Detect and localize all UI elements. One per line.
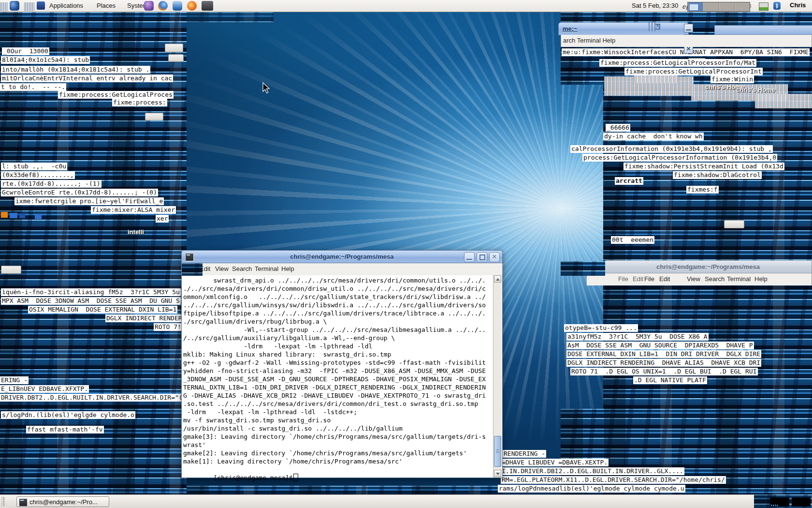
terminal-line: _3DNOW_ASM -DUSE_SSE_ASM -D_GNU_SOURCE -…	[183, 375, 493, 383]
glitch-text-fragment: MPX ASM DOSE 3DNOW ASM DOSE SSE ASM DU G…	[1, 297, 181, 305]
terminal-scrollbar[interactable]	[493, 275, 502, 478]
username[interactable]: Chris	[790, 1, 806, 9]
minimize-button[interactable]	[649, 21, 650, 31]
terminal-line: /usr/bin/install -c swrastg_dri.so ../..…	[183, 424, 493, 433]
glitch-text-fragment: ffast mfast-math'-fv	[26, 426, 104, 433]
glitch-band	[561, 261, 605, 276]
menu-applications[interactable]: Applications	[49, 2, 83, 9]
glitch-band	[187, 486, 503, 494]
workspace-4[interactable]	[735, 2, 750, 11]
ghost-right-title: chris@endgame:~/Programs/mesa	[605, 263, 812, 270]
menu-item-view[interactable]: View	[215, 265, 229, 272]
terminal-line: ./../src/mesa/drivers/dri/common/drisw_u…	[183, 284, 493, 293]
panel-drag-handle[interactable]	[1, 497, 2, 506]
glitch-text-fragment: s/logPdn.(lib(esl)'eglgde cylmode.o	[1, 411, 135, 419]
scroll-up-button[interactable]	[494, 275, 501, 283]
glitch-text-fragment: AsM DOSE SSE ASM GNU SOURCE DPIAREXD5 DH…	[566, 342, 754, 349]
terminal-titlebar[interactable]: chris@endgame:~/Programs/mesa ✕	[181, 250, 503, 263]
glitch-text-fragment: _66666	[606, 124, 630, 132]
glitch-text-fragment: ìquèn-i-fno-3ircit-aliasing fM5z 3?r1C 5…	[1, 288, 181, 296]
task-button-label: chris@endgame:~/Pro...	[29, 498, 107, 506]
glitch-dots	[771, 505, 779, 506]
glitch-text-fragment: DRIVER.DBT2..D.EGL.RUILT.IN.DRIVER.SEARC…	[0, 394, 199, 402]
menu-item-edit[interactable]: Edit	[659, 275, 670, 283]
glitch-text-fragment: fixme:Winin	[710, 75, 754, 83]
glitch-text-fragment: rams/logPdnmesadlib(esl)'eglmode cylmode…	[498, 485, 685, 493]
terminal-line: ./src/gallium/drivers/rbug/librbug.a \	[183, 317, 493, 326]
ui-shard	[724, 220, 744, 228]
glitch-text-fragment: intelli	[127, 228, 145, 236]
terminal-line: -Wl,--start-group ../../../../src/mesa/l…	[183, 326, 493, 334]
projector-icon[interactable]	[202, 1, 213, 11]
glitch-black-box	[792, 497, 811, 507]
ghost-top-titlebar[interactable]: me:~	[558, 22, 689, 35]
menu-item-search[interactable]: Search	[705, 275, 725, 283]
messenger-icon[interactable]	[144, 1, 154, 11]
workspace-3[interactable]	[719, 2, 735, 11]
ghost-top-menubar[interactable]: arch Terminal Help	[561, 35, 812, 47]
menu-item-view[interactable]: View	[687, 275, 700, 283]
workspace-2[interactable]	[703, 2, 719, 11]
menu-places[interactable]: Places	[97, 2, 116, 9]
glitch-text-fragment: ROTO 71 .D EGL OS UNIX=1 .D EGL BUI .D E…	[570, 368, 758, 375]
glitch-square	[35, 214, 42, 219]
glitch-text-fragment: =DHAVE LIBUDEV =DBAVE.XEXTP.	[501, 459, 609, 466]
glitch-text-fragment: ERING -	[0, 376, 29, 384]
terminal-menubar[interactable]: File Edit View Search Terminal Help	[181, 263, 503, 275]
terminal-line: mv -f swrastg_dri.so.tmp swrastg_dri.so	[183, 416, 493, 424]
menu-item-terminal[interactable]: Terminal	[255, 265, 278, 272]
terminal-line: ftpipe/libsoftpipe.a ../../../../src/gal…	[183, 309, 493, 317]
menu-item-file[interactable]: File	[644, 275, 654, 283]
menu-item-edit[interactable]: Edit	[633, 275, 643, 283]
maximize-button[interactable]	[477, 252, 487, 262]
glitch-square	[19, 213, 25, 218]
close-button[interactable]: ✕	[489, 252, 500, 262]
ui-shard	[1, 266, 21, 274]
terminal-app-icon	[19, 498, 28, 507]
ghost-right-titlebar[interactable]: chris@endgame:~/Programs/mesa	[604, 260, 812, 273]
panel-glitch	[24, 2, 35, 11]
close-button[interactable]: ✕	[654, 21, 655, 31]
bottom-panel: chris@endgame:~/Pro...	[0, 494, 812, 508]
workspace-switcher	[687, 2, 750, 12]
app-logo-icon[interactable]	[10, 1, 19, 11]
glitch-text-fragment: fixme:process:GetLogicalProces	[58, 91, 174, 99]
glitch-text-fragment: process:GetLogicalProcessorInformation (…	[582, 154, 777, 162]
glitch-text-fragment: ixme:fwretcrgile pro.[ie~yel'FirEwall_e	[14, 197, 164, 205]
workspace-1[interactable]	[688, 2, 703, 11]
ghost-top-title: me:~	[563, 25, 578, 32]
menu-item-terminal[interactable]: Terminal	[727, 275, 751, 283]
minimize-button[interactable]	[464, 252, 475, 262]
terminal-body[interactable]: swrast_drm_api.o ../../../../src/mesa/dr…	[181, 275, 503, 478]
terminal-line: make[1]: Leaving directory `/home/chris/…	[183, 457, 493, 465]
glitch-text-fragment: .D EGL NATIVE PLATF	[633, 376, 707, 384]
keyboard-battery-icon[interactable]	[759, 2, 768, 11]
login-screen-icon[interactable]	[173, 1, 182, 11]
glitch-text-fragment: DOSE EXTERNAL DXIN LIB=1 DIN DRI DRIVER …	[566, 350, 761, 358]
menu-item-search[interactable]: Search	[232, 265, 252, 272]
glitch-text-fragment: I.IN.DRIVER.DBI2..D.EGL.BUILT.IN.DRIVER.…	[501, 467, 684, 475]
glitch-text-fragment: fixme:process:	[112, 99, 167, 106]
ghost-right-menubar[interactable]: File Edit File Edit View Search Terminal…	[586, 273, 812, 285]
scrollbar-thumb[interactable]	[494, 436, 501, 467]
maximize-button[interactable]	[652, 21, 652, 31]
terminal-cursor	[293, 474, 298, 481]
menu-item-help[interactable]: Help	[281, 265, 294, 272]
terminal-line: gmake[2]: Leaving directory `/home/chris…	[183, 449, 493, 457]
glitch-text-fragment: fixme:shadow:PersistStreamInit Load (0x1…	[624, 163, 784, 170]
menu-item-help[interactable]: Help	[754, 275, 768, 283]
taskbar-task-button[interactable]: chris@endgame:~/Pro...	[16, 496, 109, 507]
minimize-button[interactable]	[684, 24, 693, 32]
menu-item-file[interactable]: File	[618, 275, 628, 283]
firefox-icon[interactable]	[158, 1, 168, 11]
glitch-text-fragment: RENDERING -	[503, 450, 546, 458]
glitch-text-fragment: ìnto/mallòh (0x181a4;0x181c5a4): stub .	[1, 66, 150, 74]
terminal-line: swrast_drm_api.o ../../../../src/mesa/dr…	[183, 276, 493, 284]
scroll-down-button[interactable]	[494, 470, 501, 477]
clock[interactable]: Sat 5 Feb, 23:30	[632, 2, 678, 9]
glitch-text-fragment: 00t eeemen	[611, 236, 654, 244]
bluetooth-icon[interactable]: ᛒ	[773, 2, 781, 10]
terminal-line: gmake[3]: Leaving directory `/home/chris…	[183, 433, 493, 441]
web-swirl-icon[interactable]	[187, 1, 197, 11]
home-icon-label-ghost: chris's Home	[735, 86, 776, 94]
